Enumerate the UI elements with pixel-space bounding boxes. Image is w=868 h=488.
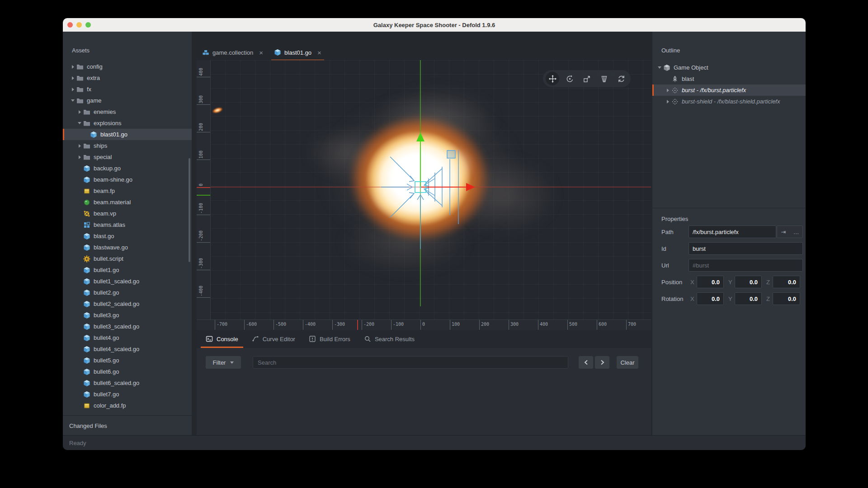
ruler-x-label: 500 [569, 322, 577, 327]
folder-icon [83, 108, 90, 116]
ruler-corner [197, 320, 210, 330]
tree-item-label: beam.fp [94, 188, 115, 194]
tree-item-beam-material[interactable]: beam.material [63, 197, 192, 208]
position-x-input[interactable] [697, 276, 724, 288]
tree-item-bullet1-go[interactable]: bullet1.go [63, 264, 192, 276]
expander-icon[interactable] [664, 89, 671, 92]
expander-icon[interactable] [69, 88, 76, 91]
tree-item-bullet-script[interactable]: bullet.script [63, 253, 192, 264]
tree-item-special[interactable]: special [63, 151, 192, 163]
axis-y-label: Y [728, 296, 732, 302]
expander-icon[interactable] [69, 76, 76, 80]
ruler-tick [244, 320, 245, 330]
rotation-z-input[interactable] [773, 292, 800, 305]
close-tab-icon[interactable]: × [259, 49, 263, 56]
titlebar[interactable]: Galaxy Keeper Space Shooter - Defold 1.9… [63, 18, 806, 32]
tree-item-blastwave-go[interactable]: blastwave.go [63, 242, 192, 253]
viewport-gizmo[interactable] [210, 60, 651, 306]
rotation-y-input[interactable] [735, 292, 762, 305]
tree-item-burst-shield-fx-blast-shield-particlefx[interactable]: burst-shield - /fx/blast-shield.particle… [652, 96, 806, 107]
tab-curve-editor[interactable]: Curve Editor [245, 330, 302, 348]
tab-game-collection[interactable]: game.collection× [197, 45, 269, 60]
traffic-light-close[interactable] [67, 22, 73, 28]
tree-item-bullet4-scaled-go[interactable]: bullet4_scaled.go [63, 343, 192, 355]
tree-item-enemies[interactable]: enemies [63, 106, 192, 117]
tree-item-beam-shine-go[interactable]: beam-shine.go [63, 174, 192, 185]
axis-z-label: Z [766, 296, 770, 302]
expander-icon[interactable] [69, 65, 76, 69]
tree-item-bullet4-go[interactable]: bullet4.go [63, 332, 192, 343]
tree-item-bullet7-go[interactable]: bullet7.go [63, 389, 192, 400]
tree-item-config[interactable]: config [63, 61, 192, 72]
expander-icon[interactable] [664, 100, 671, 103]
tab-blast01-go[interactable]: blast01.go× [269, 45, 327, 60]
ruler-tick [450, 320, 450, 330]
tree-item-fx[interactable]: fx [63, 84, 192, 95]
tree-item-blast01-go[interactable]: blast01.go [63, 129, 192, 140]
tree-item-bullet5-go[interactable]: bullet5.go [63, 355, 192, 366]
path-input[interactable] [689, 225, 776, 238]
assets-scrollbar[interactable] [189, 158, 190, 262]
tree-item-bullet1-scaled-go[interactable]: bullet1_scaled.go [63, 276, 192, 287]
next-result-button[interactable] [595, 356, 609, 369]
tree-item-color-add-fp[interactable]: color_add.fp [63, 400, 192, 411]
scene-canvas[interactable] [210, 60, 651, 320]
ruler-x-label: -300 [334, 322, 345, 327]
tab-label: Search Results [375, 336, 415, 343]
expander-icon[interactable] [69, 99, 76, 102]
tree-item-bullet3-go[interactable]: bullet3.go [63, 310, 192, 321]
goto-resource-button[interactable]: ⇥ [777, 226, 790, 238]
expander-icon[interactable] [76, 155, 83, 159]
particlefx-icon [671, 98, 679, 105]
clear-button[interactable]: Clear [617, 356, 638, 369]
traffic-light-minimize[interactable] [76, 22, 82, 28]
tree-item-blast-go[interactable]: blast.go [63, 230, 192, 242]
tree-item-extra[interactable]: extra [63, 72, 192, 84]
expander-icon[interactable] [76, 110, 83, 114]
tree-item-beams-atlas[interactable]: beams.atlas [63, 219, 192, 230]
changed-files-section[interactable]: Changed Files [63, 415, 192, 436]
ruler-marker-red [357, 320, 358, 330]
close-tab-icon[interactable]: × [317, 49, 321, 56]
frame-tool-button[interactable] [614, 72, 628, 85]
rotation-x-input[interactable] [697, 292, 724, 305]
tree-item-explosions[interactable]: explosions [63, 117, 192, 129]
folder-icon [76, 86, 84, 93]
rotate-tool-button[interactable] [563, 72, 576, 85]
tree-item-bullet2-scaled-go[interactable]: bullet2_scaled.go [63, 298, 192, 310]
tree-item-beam-fp[interactable]: beam.fp [63, 185, 192, 197]
tree-item-beam-vp[interactable]: beam.vp [63, 208, 192, 219]
traffic-light-zoom[interactable] [85, 22, 91, 28]
tree-item-game-object[interactable]: Game Object [652, 62, 806, 73]
tree-item-backup-go[interactable]: backup.go [63, 163, 192, 174]
tab-build-errors[interactable]: Build Errors [302, 330, 357, 348]
cube-icon [83, 391, 90, 398]
expander-icon[interactable] [76, 144, 83, 148]
position-z-input[interactable] [773, 276, 800, 288]
scale-tool-button[interactable] [580, 72, 594, 85]
fp-icon [83, 188, 90, 195]
tree-item-ships[interactable]: ships [63, 140, 192, 151]
url-input[interactable] [689, 259, 803, 272]
tab-console[interactable]: Console [199, 330, 245, 348]
tree-item-bullet6-scaled-go[interactable]: bullet6_scaled.go [63, 377, 192, 389]
expander-icon[interactable] [76, 122, 83, 124]
tree-item-bullet6-go[interactable]: bullet6.go [63, 366, 192, 377]
tab-search-results[interactable]: Search Results [357, 330, 421, 348]
tree-item-blast[interactable]: blast [652, 73, 806, 84]
tree-item-game[interactable]: game [63, 95, 192, 106]
perspective-tool-button[interactable] [597, 72, 611, 85]
position-y-input[interactable] [735, 276, 762, 288]
prev-result-button[interactable] [579, 356, 593, 369]
expander-icon[interactable] [656, 66, 663, 69]
console-search-input[interactable] [253, 356, 568, 369]
tree-item-bullet3-scaled-go[interactable]: bullet3_scaled.go [63, 321, 192, 332]
id-input[interactable] [689, 242, 803, 255]
ruler-y-label: 100 [198, 143, 204, 159]
browse-resource-button[interactable]: … [790, 226, 802, 238]
move-tool-button[interactable] [546, 72, 559, 85]
tree-item-burst-fx-burst-particlefx[interactable]: burst - /fx/burst.particlefx [652, 84, 806, 96]
filter-button[interactable]: Filter [206, 356, 241, 369]
tree-item-bullet2-go[interactable]: bullet2.go [63, 287, 192, 298]
ruler-y-label: -400 [198, 281, 204, 296]
